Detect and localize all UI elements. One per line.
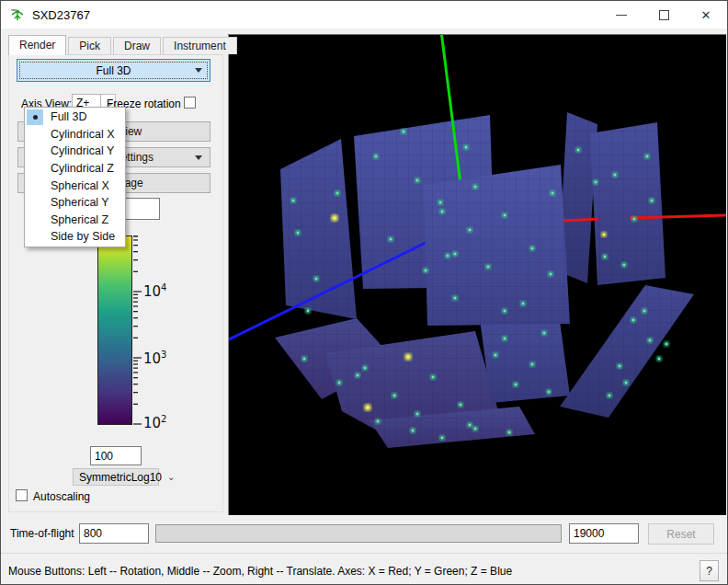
colorbar <box>97 235 132 425</box>
minimize-icon <box>616 15 627 16</box>
chevron-down-icon: ⌄ <box>167 472 175 482</box>
titlebar: SXD23767 ✕ <box>1 1 727 29</box>
minimize-button[interactable] <box>600 1 643 29</box>
help-button[interactable]: ? <box>700 560 719 581</box>
close-icon: ✕ <box>701 8 711 22</box>
tab-bar: Render Pick Draw Instrument <box>8 35 239 54</box>
selected-radio-icon <box>27 109 43 125</box>
tof-label: Time-of-flight <box>10 527 74 540</box>
tab-instrument[interactable]: Instrument <box>163 37 237 54</box>
maximize-button[interactable] <box>643 1 685 29</box>
colorbar-tick-label: 104 <box>143 282 166 300</box>
menu-item-cylindrical-z[interactable]: Cylindrical Z <box>25 160 125 178</box>
tof-min-input[interactable] <box>79 523 149 544</box>
maximize-icon <box>659 10 669 20</box>
projection-menu: Full 3D Cylindrical X Cylindrical Y Cyli… <box>24 107 126 247</box>
close-button[interactable]: ✕ <box>685 1 727 29</box>
application-window: SXD23767 ✕ Render Pick Draw Instrument F… <box>0 0 728 585</box>
colorbar-ticks <box>133 235 144 427</box>
menu-item-spherical-y[interactable]: Spherical Y <box>25 194 125 212</box>
scale-type-combobox[interactable]: SymmetricLog10 ⌄ <box>73 468 159 486</box>
autoscaling-checkbox[interactable] <box>16 489 28 501</box>
menu-item-cylindrical-y[interactable]: Cylindrical Y <box>25 143 125 160</box>
autoscaling-label: Autoscaling <box>33 490 90 503</box>
colorbar-tick-label: 103 <box>143 350 166 367</box>
instrument-3d-viewport[interactable] <box>228 34 726 515</box>
menu-item-side-by-side[interactable]: Side by Side <box>25 228 125 246</box>
status-text: Mouse Buttons: Left -- Rotation, Middle … <box>8 565 512 578</box>
tof-max-input[interactable] <box>569 523 639 544</box>
instrument-render <box>229 35 726 515</box>
tab-draw[interactable]: Draw <box>113 37 161 54</box>
projection-combobox[interactable]: Full 3D <box>17 59 210 82</box>
scale-min-input[interactable] <box>90 446 142 465</box>
colorbar-tick-label: 102 <box>143 414 166 431</box>
tab-render[interactable]: Render <box>8 35 66 55</box>
chevron-down-icon <box>195 155 202 160</box>
tab-pick[interactable]: Pick <box>68 37 111 54</box>
chevron-down-icon <box>195 68 202 73</box>
app-icon <box>9 6 26 23</box>
status-bar: Mouse Buttons: Left -- Rotation, Middle … <box>1 553 727 585</box>
menu-item-cylindrical-x[interactable]: Cylindrical X <box>25 126 125 143</box>
window-title: SXD23767 <box>32 8 90 22</box>
focus-rect <box>19 62 208 79</box>
freeze-rotation-checkbox[interactable] <box>184 97 196 109</box>
tof-reset-button[interactable]: Reset <box>648 523 714 545</box>
tof-range-slider[interactable] <box>155 524 562 543</box>
menu-item-spherical-z[interactable]: Spherical Z <box>25 212 125 229</box>
menu-item-spherical-x[interactable]: Spherical X <box>25 177 125 194</box>
menu-item-full-3d[interactable]: Full 3D <box>25 109 125 126</box>
